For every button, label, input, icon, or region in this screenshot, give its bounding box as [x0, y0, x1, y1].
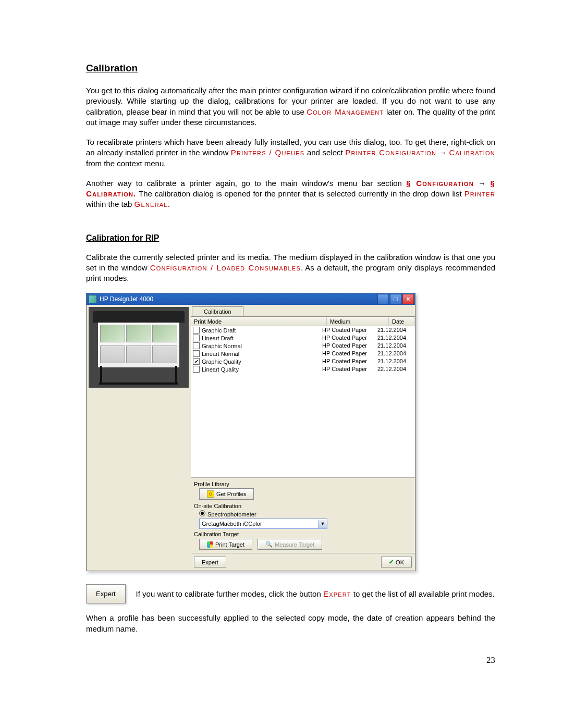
checkbox[interactable] [193, 342, 200, 349]
medium-cell: HP Coated Paper [322, 335, 377, 341]
text: . [168, 200, 170, 208]
column-print-mode[interactable]: Print Mode [191, 317, 327, 326]
checkbox[interactable]: ✔ [193, 358, 200, 365]
uc-printers-queues: Printers / Queues [231, 148, 305, 157]
date-cell: 21.12.2004 [377, 350, 415, 357]
maximize-button[interactable]: □ [390, 294, 401, 304]
uc-printer: Printer [464, 189, 495, 198]
spectrophotometer-dropdown[interactable]: GretagMacbeth iCColor ▼ [199, 519, 327, 529]
minimize-button[interactable]: _ [377, 294, 389, 304]
get-profiles-label: Get Profiles [216, 491, 246, 497]
table-row[interactable]: Lineart NormalHP Coated Paper21.12.2004 [191, 350, 415, 357]
print-mode-label: Graphic Draft [202, 327, 236, 334]
table-row[interactable]: ✔Graphic QualityHP Coated Paper21.12.200… [191, 357, 415, 365]
tab-bar: Calibration [191, 305, 415, 317]
text: and select [304, 148, 345, 157]
text: Another way to calibrate a printer again… [86, 179, 406, 188]
print-mode-list[interactable]: Graphic DraftHP Coated Paper21.12.2004Li… [191, 326, 415, 477]
arrow-icon: → [436, 148, 449, 157]
print-mode-label: Graphic Normal [202, 343, 242, 349]
heading-calibration-rip: Calibration for RIP [86, 233, 495, 243]
uc-calibration: Calibration [449, 148, 495, 157]
get-profiles-button[interactable]: Get Profiles [199, 488, 254, 500]
checkbox[interactable] [193, 327, 200, 334]
print-mode-label: Lineart Draft [202, 335, 234, 341]
check-icon: ✔ [389, 559, 394, 565]
text: to get the list of all available print m… [351, 589, 495, 598]
date-cell: 21.12.2004 [377, 335, 415, 341]
window-titlebar: HP DesignJet 4000 _ □ × [87, 293, 415, 305]
uc-config-consumables: Configuration / Loaded Consumables [150, 263, 301, 272]
callout-text: If you want to calibrate further modes, … [136, 589, 495, 599]
medium-cell: HP Coated Paper [322, 342, 377, 349]
uc-printer-config: Printer Configuration [345, 148, 436, 157]
checkbox[interactable] [193, 350, 200, 357]
get-profiles-icon [207, 490, 214, 498]
print-mode-label: Graphic Quality [202, 359, 241, 365]
text: The calibration dialog is opened for the… [136, 189, 464, 198]
label-calibration-target: Calibration Target [194, 531, 412, 537]
list-header: Print Mode Medium Date [191, 317, 415, 326]
ok-label: OK [396, 559, 404, 565]
window-title: HP DesignJet 4000 [100, 295, 153, 303]
arrow-icon: → [474, 179, 491, 188]
ok-button[interactable]: ✔ OK [381, 557, 412, 567]
app-icon [89, 295, 97, 303]
para-3: Another way to calibrate a printer again… [86, 178, 495, 210]
label-profile-library: Profile Library [194, 481, 412, 487]
uc-general: General [134, 200, 168, 208]
chevron-down-icon: ▼ [318, 520, 327, 528]
table-row[interactable]: Lineart QualityHP Coated Paper22.12.2004 [191, 365, 415, 373]
checkbox[interactable] [193, 335, 200, 341]
medium-cell: HP Coated Paper [322, 350, 377, 357]
text: If you want to calibrate further modes, … [136, 589, 323, 598]
measure-target-button[interactable]: 🔍Measure Target [258, 539, 322, 550]
uc-expert: Expert [323, 589, 351, 598]
uc-color-management: Color Management [307, 107, 384, 116]
close-button[interactable]: × [402, 294, 414, 304]
expert-button[interactable]: Expert [194, 557, 226, 567]
text: within the tab [86, 200, 134, 208]
calibration-window: HP DesignJet 4000 _ □ × Calibration Prin… [86, 293, 415, 571]
para-4: Calibrate the currently selected printer… [86, 252, 495, 284]
heading-calibration: Calibration [86, 63, 495, 74]
column-date[interactable]: Date [389, 317, 415, 326]
print-target-label: Print Target [215, 541, 244, 548]
medium-cell: HP Coated Paper [322, 327, 377, 334]
para-5: When a profile has been successfully app… [86, 613, 495, 634]
measure-target-icon: 🔍 [265, 541, 273, 548]
page-number: 23 [86, 655, 495, 665]
tab-calibration[interactable]: Calibration [192, 306, 243, 316]
medium-cell: HP Coated Paper [322, 366, 377, 373]
para-2: To recalibrate printers which have been … [86, 137, 495, 169]
printer-image [87, 305, 191, 391]
table-row[interactable]: Graphic NormalHP Coated Paper21.12.2004 [191, 342, 415, 350]
print-target-icon [207, 541, 213, 548]
expert-button-callout[interactable]: Expert [86, 584, 126, 603]
radio-spectrophotometer[interactable] [199, 510, 205, 516]
uc-configuration: § Configuration [406, 179, 474, 188]
label-spectrophotometer: Spectrophotometer [207, 511, 256, 517]
medium-cell: HP Coated Paper [322, 358, 377, 365]
date-cell: 21.12.2004 [377, 358, 415, 365]
dropdown-value: GretagMacbeth iCColor [202, 521, 262, 527]
table-row[interactable]: Graphic DraftHP Coated Paper21.12.2004 [191, 326, 415, 334]
date-cell: 21.12.2004 [377, 342, 415, 349]
date-cell: 21.12.2004 [377, 327, 415, 334]
text: from the context menu. [86, 159, 166, 168]
print-mode-label: Lineart Normal [202, 351, 239, 357]
measure-target-label: Measure Target [275, 541, 314, 548]
table-row[interactable]: Lineart DraftHP Coated Paper21.12.2004 [191, 334, 415, 342]
checkbox[interactable] [193, 366, 200, 373]
column-medium[interactable]: Medium [327, 317, 389, 326]
date-cell: 22.12.2004 [377, 366, 415, 373]
label-onsite-calibration: On-site Calibration [194, 503, 412, 509]
para-1: You get to this dialog automatically aft… [86, 85, 495, 128]
print-mode-label: Lineart Quality [202, 366, 239, 373]
print-target-button[interactable]: Print Target [199, 539, 252, 550]
